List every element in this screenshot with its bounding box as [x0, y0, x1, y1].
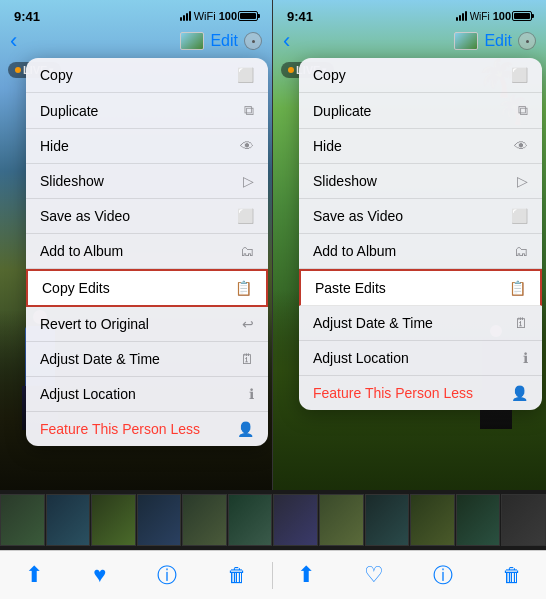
menu-item-copy-right[interactable]: Copy ⬜ — [299, 58, 542, 93]
film-thumb-2[interactable] — [46, 494, 91, 546]
menu-label-adjustloc-left: Adjust Location — [40, 386, 136, 402]
status-time-right: 9:41 — [287, 9, 313, 24]
menu-label-featureless-right: Feature This Person Less — [313, 385, 473, 401]
menu-item-featureless-right[interactable]: Feature This Person Less 👤 — [299, 376, 542, 410]
film-thumb-11[interactable] — [456, 494, 501, 546]
film-thumb-9[interactable] — [365, 494, 410, 546]
hide-icon-right: 👁 — [514, 138, 528, 154]
featureless-icon-right: 👤 — [511, 385, 528, 401]
menu-label-duplicate-right: Duplicate — [313, 103, 371, 119]
adjustdate-icon-right: 🗓 — [514, 315, 528, 331]
film-thumb-5[interactable] — [182, 494, 227, 546]
filmstrip-inner — [0, 494, 546, 546]
film-thumb-1[interactable] — [0, 494, 45, 546]
adjustloc-icon-left: ℹ — [249, 386, 254, 402]
battery-text-right: 100 — [493, 10, 511, 22]
menu-item-hide-left[interactable]: Hide 👁 — [26, 129, 268, 164]
info-button-left[interactable]: ⓘ — [157, 562, 177, 589]
revert-icon-left: ↩ — [242, 316, 254, 332]
menu-label-hide-right: Hide — [313, 138, 342, 154]
share-button-left[interactable]: ⬆ — [25, 562, 43, 588]
menu-label-duplicate-left: Duplicate — [40, 103, 98, 119]
menu-label-copy-left: Copy — [40, 67, 73, 83]
wifi-icon-left: WiFi — [194, 10, 216, 22]
menu-label-copyedits-left: Copy Edits — [42, 280, 110, 296]
slideshow-icon-right: ▷ — [517, 173, 528, 189]
menu-label-adjustloc-right: Adjust Location — [313, 350, 409, 366]
copy-icon-right: ⬜ — [511, 67, 528, 83]
menu-label-featureless-left: Feature This Person Less — [40, 421, 200, 437]
menu-label-pasteedits-right: Paste Edits — [315, 280, 386, 296]
menu-label-copy-right: Copy — [313, 67, 346, 83]
battery-icon-right: 100 — [493, 10, 532, 22]
menu-item-adjustloc-left[interactable]: Adjust Location ℹ — [26, 377, 268, 412]
status-time-left: 9:41 — [14, 9, 40, 24]
film-thumb-7[interactable] — [273, 494, 318, 546]
edit-circle-right[interactable] — [518, 32, 536, 50]
menu-item-adjustdate-right[interactable]: Adjust Date & Time 🗓 — [299, 306, 542, 341]
status-icons-left: WiFi 100 — [180, 10, 258, 22]
edit-title-right[interactable]: Edit — [484, 32, 512, 50]
menu-item-revert-left[interactable]: Revert to Original ↩ — [26, 307, 268, 342]
film-thumb-10[interactable] — [410, 494, 455, 546]
back-button-left[interactable]: ‹ — [10, 28, 17, 54]
bottom-toolbar: ⬆ ♥ ⓘ 🗑 ⬆ ♡ ⓘ 🗑 — [0, 550, 546, 599]
status-bar-right: 9:41 WiFi 100 — [273, 0, 546, 26]
menu-label-saveasvideo-left: Save as Video — [40, 208, 130, 224]
menu-label-saveasvideo-right: Save as Video — [313, 208, 403, 224]
filmstrip — [0, 490, 546, 550]
menu-item-copy-left[interactable]: Copy ⬜ — [26, 58, 268, 93]
trash-button-right[interactable]: 🗑 — [502, 564, 522, 587]
menu-item-hide-right[interactable]: Hide 👁 — [299, 129, 542, 164]
heart-button-right[interactable]: ♡ — [364, 562, 384, 588]
battery-text-left: 100 — [219, 10, 237, 22]
menu-item-saveasvideo-right[interactable]: Save as Video ⬜ — [299, 199, 542, 234]
phone-left: 9:41 WiFi 100 — [0, 0, 273, 490]
film-thumb-6[interactable] — [228, 494, 273, 546]
menu-item-pasteedits-right[interactable]: Paste Edits 📋 — [299, 269, 542, 306]
menu-item-duplicate-left[interactable]: Duplicate ⧉ — [26, 93, 268, 129]
menu-item-addtoalbum-left[interactable]: Add to Album 🗂 — [26, 234, 268, 269]
menu-item-duplicate-right[interactable]: Duplicate ⧉ — [299, 93, 542, 129]
edit-circle-left[interactable] — [244, 32, 262, 50]
menu-item-copyedits-left[interactable]: Copy Edits 📋 — [26, 269, 268, 307]
film-thumb-12[interactable] — [501, 494, 546, 546]
heart-button-left[interactable]: ♥ — [93, 562, 106, 588]
menu-label-adjustdate-left: Adjust Date & Time — [40, 351, 160, 367]
menu-label-addtoalbum-left: Add to Album — [40, 243, 123, 259]
menu-item-slideshow-right[interactable]: Slideshow ▷ — [299, 164, 542, 199]
status-icons-right: WiFi 100 — [456, 10, 532, 22]
adjustloc-icon-right: ℹ — [523, 350, 528, 366]
menu-item-adjustdate-left[interactable]: Adjust Date & Time 🗓 — [26, 342, 268, 377]
share-button-right[interactable]: ⬆ — [297, 562, 315, 588]
trash-button-left[interactable]: 🗑 — [227, 564, 247, 587]
menu-item-adjustloc-right[interactable]: Adjust Location ℹ — [299, 341, 542, 376]
toolbar-right: ⬆ ♡ ⓘ 🗑 — [273, 562, 546, 589]
hide-icon-left: 👁 — [240, 138, 254, 154]
live-dot-left — [15, 67, 21, 73]
menu-item-featureless-left[interactable]: Feature This Person Less 👤 — [26, 412, 268, 446]
menu-item-slideshow-left[interactable]: Slideshow ▷ — [26, 164, 268, 199]
menu-item-addtoalbum-right[interactable]: Add to Album 🗂 — [299, 234, 542, 269]
toolbar-left: ⬆ ♥ ⓘ 🗑 — [0, 562, 273, 589]
addtoalbum-icon-right: 🗂 — [514, 243, 528, 259]
film-thumb-8[interactable] — [319, 494, 364, 546]
status-bar-left: 9:41 WiFi 100 — [0, 0, 272, 26]
edit-title-left[interactable]: Edit — [210, 32, 238, 50]
phone-right: 🌴 🌴 9:41 — [273, 0, 546, 490]
thumbnail-icon-right — [454, 32, 478, 50]
duplicate-icon-left: ⧉ — [244, 102, 254, 119]
top-bar-left: ‹ Edit — [0, 26, 272, 58]
menu-label-addtoalbum-right: Add to Album — [313, 243, 396, 259]
info-button-right[interactable]: ⓘ — [433, 562, 453, 589]
saveasvideo-icon-left: ⬜ — [237, 208, 254, 224]
menu-label-hide-left: Hide — [40, 138, 69, 154]
adjustdate-icon-left: 🗓 — [240, 351, 254, 367]
film-thumb-3[interactable] — [91, 494, 136, 546]
back-button-right[interactable]: ‹ — [283, 28, 290, 54]
menu-item-saveasvideo-left[interactable]: Save as Video ⬜ — [26, 199, 268, 234]
signal-icon-left — [180, 11, 191, 21]
wifi-icon-right: WiFi — [470, 11, 490, 22]
duplicate-icon-right: ⧉ — [518, 102, 528, 119]
film-thumb-4[interactable] — [137, 494, 182, 546]
